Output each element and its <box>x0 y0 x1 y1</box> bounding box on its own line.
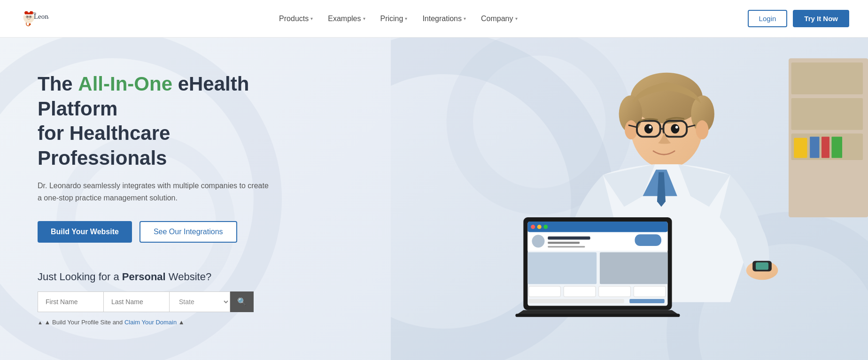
navigation: Leonardo Dr. Products ▾ Examples ▾ Prici… <box>0 0 868 38</box>
svg-rect-56 <box>635 234 661 246</box>
svg-point-49 <box>537 225 541 229</box>
svg-point-37 <box>644 124 652 133</box>
svg-rect-65 <box>515 314 680 317</box>
chevron-icon: ▾ <box>515 16 518 21</box>
svg-rect-57 <box>527 253 597 284</box>
svg-rect-55 <box>548 246 585 247</box>
svg-rect-4 <box>24 14 34 15</box>
svg-point-38 <box>671 124 679 133</box>
search-button[interactable]: 🔍 <box>230 291 254 312</box>
first-name-input[interactable] <box>38 291 103 312</box>
search-form: State Alabama Alaska Arizona California … <box>38 291 291 312</box>
svg-point-10 <box>29 23 31 25</box>
nav-item-integrations[interactable]: Integrations ▾ <box>422 15 466 23</box>
hero-content: The All-In-One eHealth Platformfor Healt… <box>0 44 329 353</box>
chevron-icon: ▾ <box>363 16 365 21</box>
state-select[interactable]: State Alabama Alaska Arizona California … <box>169 291 230 312</box>
claim-domain-text: ▲ ▲ Build Your Profile Site and Claim Yo… <box>38 319 291 326</box>
search-icon: 🔍 <box>237 297 247 306</box>
svg-point-5 <box>27 16 28 17</box>
svg-text:Dr.: Dr. <box>33 12 37 15</box>
svg-rect-22 <box>810 137 819 158</box>
login-button[interactable]: Login <box>748 10 788 27</box>
svg-rect-23 <box>822 137 829 158</box>
nav-item-products[interactable]: Products ▾ <box>279 15 313 23</box>
arrow-icon: ▲ <box>38 320 43 325</box>
claim-domain-link[interactable]: Claim Your Domain <box>124 319 177 326</box>
svg-point-30 <box>625 120 637 139</box>
svg-rect-47 <box>527 222 667 232</box>
chevron-icon: ▾ <box>310 16 313 21</box>
logo-icon: Leonardo Dr. <box>19 4 49 34</box>
svg-rect-60 <box>564 286 596 297</box>
svg-rect-54 <box>548 242 580 244</box>
svg-rect-61 <box>598 286 630 297</box>
svg-rect-19 <box>791 98 862 130</box>
hero-buttons: Build Your Website See Our Integrations <box>38 221 291 243</box>
nav-item-company[interactable]: Company ▾ <box>481 15 517 23</box>
svg-rect-18 <box>791 62 862 94</box>
svg-rect-21 <box>794 138 807 158</box>
svg-point-40 <box>675 126 678 129</box>
svg-point-6 <box>30 16 31 17</box>
svg-rect-59 <box>528 286 560 297</box>
svg-rect-24 <box>831 137 842 158</box>
hero-subtitle: Dr. Leonardo seamlessly integrates with … <box>38 180 272 204</box>
nav-item-pricing[interactable]: Pricing ▾ <box>380 15 408 23</box>
hero-image <box>391 38 868 360</box>
svg-rect-53 <box>548 237 590 240</box>
nav-item-examples[interactable]: Examples ▾ <box>328 15 365 23</box>
logo[interactable]: Leonardo Dr. <box>19 4 49 34</box>
hero-title: The All-In-One eHealth Platformfor Healt… <box>38 72 291 170</box>
chevron-icon: ▾ <box>405 16 407 21</box>
svg-rect-62 <box>634 286 666 297</box>
svg-rect-63 <box>528 299 624 303</box>
personal-section: Just Looking for a Personal Website? Sta… <box>38 271 291 326</box>
svg-point-52 <box>532 235 544 247</box>
last-name-input[interactable] <box>103 291 169 312</box>
svg-point-50 <box>543 225 548 229</box>
see-integrations-button[interactable]: See Our Integrations <box>140 221 237 243</box>
svg-point-31 <box>696 120 708 139</box>
svg-rect-58 <box>600 253 668 284</box>
personal-title: Just Looking for a Personal Website? <box>38 271 291 283</box>
svg-point-3 <box>28 10 30 12</box>
build-website-button[interactable]: Build Your Website <box>38 221 132 243</box>
svg-point-48 <box>531 225 535 229</box>
hero-section: The All-In-One eHealth Platformfor Healt… <box>0 38 868 360</box>
nav-links: Products ▾ Examples ▾ Pricing ▾ Integrat… <box>279 15 517 23</box>
doctor-illustration <box>391 38 868 360</box>
svg-rect-64 <box>629 299 665 303</box>
nav-actions: Login Try It Now <box>748 10 849 27</box>
svg-point-39 <box>649 126 651 129</box>
try-button[interactable]: Try It Now <box>793 10 849 27</box>
svg-rect-44 <box>756 262 768 270</box>
chevron-icon: ▾ <box>464 16 466 21</box>
